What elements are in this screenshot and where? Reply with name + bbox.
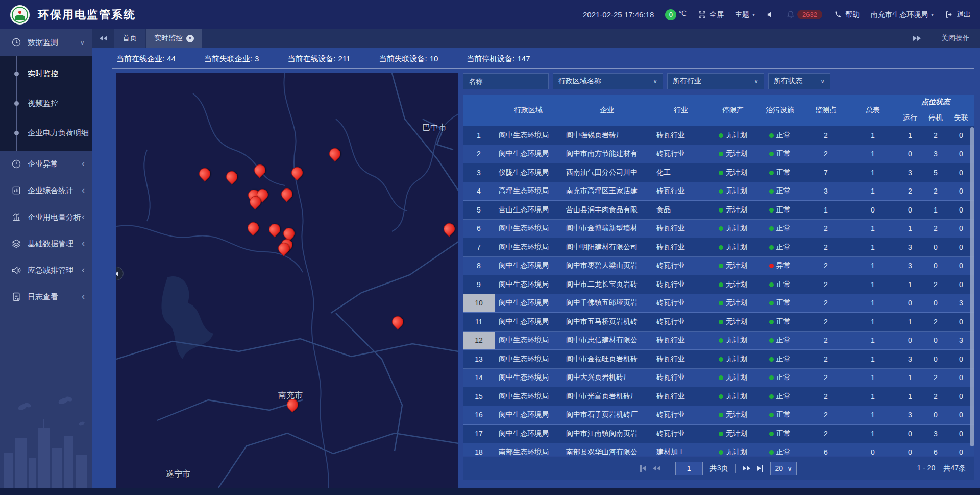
cell-limit: 无计划 [709,298,756,308]
sidebar-group-icon [11,265,21,275]
help-button[interactable]: 帮助 [834,10,860,19]
table-row[interactable]: 4 高坪生态环境局 南充市高坪区王家店建 砖瓦行业 无计划 正常 3 1 2 2… [463,182,974,201]
submenu-bullet-icon [14,101,19,106]
tab-close-icon[interactable]: ✕ [186,35,194,42]
industry-filter-select[interactable]: 所有行业 ∨ [667,73,764,89]
facility-status-dot [769,320,774,324]
close-operations-button[interactable]: 关闭操作 [941,34,970,43]
table-row[interactable]: 17 阆中生态环境局 阆中市江南镇阆南页岩 砖瓦行业 无计划 正常 2 1 0 … [463,425,974,443]
last-page-button[interactable] [757,465,763,472]
cell-limit: 无计划 [709,317,756,326]
content-panels: 巴中市南充市遂宁市 行政区域名称 ∨ 所有行业 ∨ 所有状态 ∨ [116,73,974,488]
sidebar-item-stats[interactable]: 企业综合统计 [0,177,92,204]
cell-facility: 正常 [756,392,803,401]
next-page-button[interactable] [743,466,750,471]
status-dot-green [719,152,723,156]
tab[interactable]: 首页 [114,29,145,48]
region-filter-select[interactable]: 行政区域名称 ∨ [553,73,663,89]
cell-industry: 化工 [652,168,709,177]
sidebar-item-chart[interactable]: 企业用电量分析 [0,204,92,230]
cell-region: 仪陇生态环境局 [495,168,562,177]
stat-label: 当前失联企业: [204,54,252,64]
total-pages-label: 共3页 [710,464,728,473]
cell-stop: 0 [923,336,948,344]
header-facility: 治污设施 [756,95,803,126]
table-row[interactable]: 3 仪陇生态环境局 西南油气田分公司川中 化工 无计划 正常 7 1 3 5 0 [463,163,974,182]
app-logo-icon [10,5,30,25]
cell-run: 3 [897,355,923,363]
cell-region: 阆中生态环境局 [495,355,562,364]
organization-dropdown[interactable]: 南充市生态环境局 ▾ [871,10,934,19]
facility-status-dot [769,282,774,287]
table-scrollbar[interactable] [970,127,974,446]
status-dot-green [719,357,723,362]
table-row[interactable]: 11 阆中生态环境局 阆中市五马桥页岩机砖 砖瓦行业 无计划 正常 2 1 1 … [463,313,974,332]
sidebar-item-megaphone[interactable]: 应急减排管理 [0,257,92,284]
cell-industry: 砖瓦行业 [652,336,709,345]
page-number-input[interactable] [675,462,703,475]
cell-company: 阆中千佛镇五郎垭页岩 [562,298,652,308]
header-stop: 停机 [923,110,948,126]
map-panel[interactable]: 巴中市南充市遂宁市 [116,73,458,488]
status-dot-green [719,226,723,231]
stat-value: 3 [255,54,259,64]
pagination-summary: 1 - 20 共47条 [917,464,966,473]
status-dot-green [719,394,723,399]
table-row[interactable]: 12 阆中生态环境局 阆中市忠信建材有限公 砖瓦行业 无计划 正常 2 1 0 … [463,332,974,350]
table-row[interactable]: 9 阆中生态环境局 阆中市二龙长宝页岩砖 砖瓦行业 无计划 正常 2 1 1 2… [463,275,974,294]
table-row[interactable]: 5 营山生态环境局 营山县润丰肉食品有限 食品 无计划 正常 1 0 0 1 0 [463,201,974,220]
notification-indicator[interactable]: 2632 [786,10,822,19]
sidebar-group-label: 应急减排管理 [28,266,74,275]
table-row[interactable]: 7 阆中生态环境局 阆中明阳建材有限公司 砖瓦行业 无计划 正常 2 1 3 0… [463,238,974,257]
table-row[interactable]: 14 阆中生态环境局 阆中大兴页岩机砖厂 砖瓦行业 无计划 正常 2 1 1 2… [463,369,974,388]
tab[interactable]: 实时监控 ✕ [146,29,202,48]
first-page-button[interactable] [640,465,646,472]
page-size-select[interactable]: 20 ∨ [770,462,797,475]
cell-limit: 无计划 [709,392,756,401]
cell-points: 2 [803,392,848,400]
sidebar-item-clock[interactable]: 数据监测 [0,29,92,56]
mute-button[interactable] [766,10,775,19]
cell-company: 阆中市南方节能建材有 [562,149,652,158]
sidebar-item-layers[interactable]: 基础数据管理 [0,230,92,257]
cell-facility: 正常 [756,168,803,177]
status-filter-select[interactable]: 所有状态 ∨ [768,73,830,89]
sidebar-item-alert[interactable]: 企业异常 [0,151,92,177]
table-row[interactable]: 18 南部生态环境局 南部县双华山河有限公 建材加工 无计划 正常 6 0 0 … [463,443,974,456]
cell-region: 阆中生态环境局 [495,373,562,382]
table-row[interactable]: 2 阆中生态环境局 阆中市南方节能建材有 砖瓦行业 无计划 正常 2 1 0 3… [463,145,974,164]
tabs-scroll-left-button[interactable] [92,29,114,48]
tabs-scroll-right-button[interactable] [905,36,928,41]
sidebar-subitem[interactable]: 企业电力负荷明细 [0,118,92,148]
theme-dropdown[interactable]: 主题 ▾ [735,10,755,19]
table-row[interactable]: 1 阆中生态环境局 阆中强锐页岩砖厂 砖瓦行业 无计划 正常 2 1 1 2 0 [463,126,974,145]
sidebar-subitem[interactable]: 视频监控 [0,88,92,118]
skyline-decoration [0,393,92,495]
sidebar-subitem[interactable]: 实时监控 [0,59,92,88]
facility-status-dot [769,226,774,231]
cell-row-number: 13 [463,350,495,368]
main-area: 首页 实时监控 ✕ 关闭操作 当前在线企业: 44 当前失联企业: 3 当前在线… [92,29,980,495]
cell-points: 2 [803,280,848,289]
cell-stop: 0 [923,411,948,419]
cell-facility: 正常 [756,336,803,345]
cell-region: 阆中生态环境局 [495,224,562,233]
table-row[interactable]: 15 阆中生态环境局 阆中市光富页岩机砖厂 砖瓦行业 无计划 正常 2 1 1 … [463,387,974,406]
cell-meter: 1 [848,430,897,438]
logout-button[interactable]: 退出 [945,10,971,19]
cell-row-number: 4 [463,182,495,201]
fullscreen-button[interactable]: 全屏 [698,10,724,19]
cell-points: 2 [803,411,848,419]
cell-industry: 砖瓦行业 [652,355,709,364]
sidebar-item-log[interactable]: 日志查看 [0,284,92,310]
table-row[interactable]: 13 阆中生态环境局 阆中市金福旺页岩机砖 砖瓦行业 无计划 正常 2 1 3 … [463,350,974,369]
table-row[interactable]: 16 阆中生态环境局 阆中市石子页岩机砖厂 砖瓦行业 无计划 正常 2 1 3 … [463,406,974,425]
table-row[interactable]: 10 阆中生态环境局 阆中千佛镇五郎垭页岩 砖瓦行业 无计划 正常 2 1 0 … [463,294,974,313]
cell-stop: 0 [923,355,948,363]
previous-page-button[interactable] [653,466,660,471]
map-city-label: 巴中市 [422,123,447,133]
table-row[interactable]: 8 阆中生态环境局 阆中市枣碧大梁山页岩 砖瓦行业 无计划 异常 2 1 3 0… [463,257,974,276]
table-row[interactable]: 6 阆中生态环境局 阆中市金博瑞新型墙材 砖瓦行业 无计划 正常 2 1 1 2… [463,220,974,239]
cell-region: 阆中生态环境局 [495,243,562,252]
name-filter-input[interactable] [463,73,549,89]
